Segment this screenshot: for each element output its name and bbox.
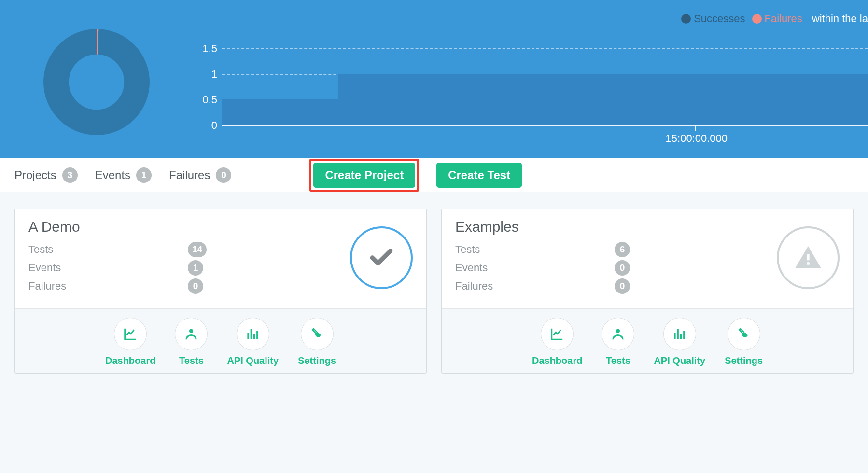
- area-segment: [338, 74, 868, 125]
- count-badge: 3: [62, 167, 78, 183]
- stat-label: Events: [455, 262, 615, 274]
- nav-dashboard[interactable]: Dashboard: [105, 318, 155, 366]
- dot-icon: [681, 14, 691, 24]
- nav-tests[interactable]: Tests: [175, 318, 208, 366]
- ytick: 1: [193, 68, 217, 81]
- nav-label: Settings: [298, 355, 336, 366]
- stat-label: Failures: [455, 280, 615, 292]
- nav-dashboard[interactable]: Dashboard: [532, 318, 582, 366]
- user-md-icon: [602, 318, 634, 350]
- chart-line-icon: [114, 318, 147, 350]
- status-warn-icon: [777, 226, 840, 289]
- svg-point-4: [616, 329, 620, 333]
- stat-label: Tests: [455, 243, 615, 256]
- count-badge: 0: [188, 278, 203, 294]
- project-card-footer: Dashboard Tests API Quality Settings: [15, 308, 426, 373]
- nav-api-quality[interactable]: API Quality: [227, 318, 279, 366]
- filter-label: Projects: [14, 168, 56, 182]
- project-title[interactable]: A Demo: [28, 219, 340, 235]
- axis-baseline: [222, 125, 868, 126]
- status-ok-icon: [350, 226, 413, 289]
- highlight-annotation: Create Project: [309, 159, 419, 192]
- gridline: [222, 48, 868, 49]
- check-icon: [368, 244, 395, 271]
- legend-failures[interactable]: Failures: [752, 13, 802, 25]
- area-segment: [222, 99, 338, 125]
- svg-rect-2: [807, 254, 809, 260]
- filter-label: Failures: [169, 168, 210, 182]
- user-md-icon: [175, 318, 208, 350]
- filter-failures[interactable]: Failures 0: [169, 167, 231, 183]
- legend-successes[interactable]: Successes: [681, 13, 745, 25]
- count-badge: 6: [615, 242, 630, 257]
- nav-tests[interactable]: Tests: [602, 318, 634, 366]
- xtick-mark: [695, 125, 696, 131]
- count-badge: 0: [615, 278, 630, 294]
- chart-legend: Successes Failures within the la: [681, 13, 868, 25]
- project-card: A Demo Tests 14 Events 1 Failures 0: [14, 209, 427, 374]
- nav-label: Dashboard: [105, 355, 155, 366]
- ytick: 1.5: [193, 42, 217, 55]
- filter-events[interactable]: Events 1: [95, 167, 152, 183]
- nav-label: Tests: [179, 355, 204, 366]
- nav-label: Settings: [725, 355, 763, 366]
- wrench-icon: [301, 318, 334, 350]
- legend-successes-label: Successes: [694, 13, 745, 25]
- count-badge: 1: [188, 260, 203, 276]
- nav-label: API Quality: [654, 355, 705, 366]
- ytick: 0.5: [193, 94, 217, 106]
- nav-label: Tests: [606, 355, 630, 366]
- create-test-button[interactable]: Create Test: [436, 163, 522, 188]
- stat-label: Failures: [28, 280, 188, 292]
- chart-line-icon: [541, 318, 574, 350]
- count-badge: 1: [136, 167, 152, 183]
- success-area-chart: 1.5 1 0.5 0 15:00:00.000: [193, 46, 868, 141]
- bar-chart-icon: [663, 318, 696, 350]
- overview-hero: Successes Failures within the la 1.5 1 0…: [0, 0, 868, 158]
- nav-label: Dashboard: [532, 355, 582, 366]
- dot-icon: [752, 14, 762, 24]
- svg-rect-3: [807, 262, 809, 264]
- warning-icon: [793, 242, 824, 273]
- count-badge: 0: [216, 167, 231, 183]
- project-card: Examples Tests 6 Events 0 Failures 0: [441, 209, 854, 374]
- nav-api-quality[interactable]: API Quality: [654, 318, 705, 366]
- project-cards: A Demo Tests 14 Events 1 Failures 0: [0, 192, 868, 374]
- stat-label: Events: [28, 262, 188, 274]
- filter-label: Events: [95, 168, 130, 182]
- project-card-footer: Dashboard Tests API Quality Settings: [442, 308, 853, 373]
- xtick-label: 15:00:00.000: [666, 132, 728, 145]
- nav-settings[interactable]: Settings: [298, 318, 336, 366]
- filter-action-bar: Projects 3 Events 1 Failures 0 Create Pr…: [0, 158, 868, 192]
- nav-settings[interactable]: Settings: [725, 318, 763, 366]
- count-badge: 0: [615, 260, 630, 276]
- count-badge: 14: [188, 242, 207, 257]
- donut-chart: [43, 29, 150, 135]
- legend-timerange: within the la: [812, 13, 868, 25]
- create-project-button[interactable]: Create Project: [313, 163, 415, 188]
- wrench-icon: [728, 318, 760, 350]
- project-title[interactable]: Examples: [455, 219, 767, 235]
- legend-failures-label: Failures: [765, 13, 802, 25]
- bar-chart-icon: [237, 318, 269, 350]
- stat-label: Tests: [28, 243, 188, 256]
- nav-label: API Quality: [227, 355, 279, 366]
- ytick: 0: [193, 119, 217, 132]
- filter-projects[interactable]: Projects 3: [14, 167, 78, 183]
- svg-point-1: [189, 329, 193, 333]
